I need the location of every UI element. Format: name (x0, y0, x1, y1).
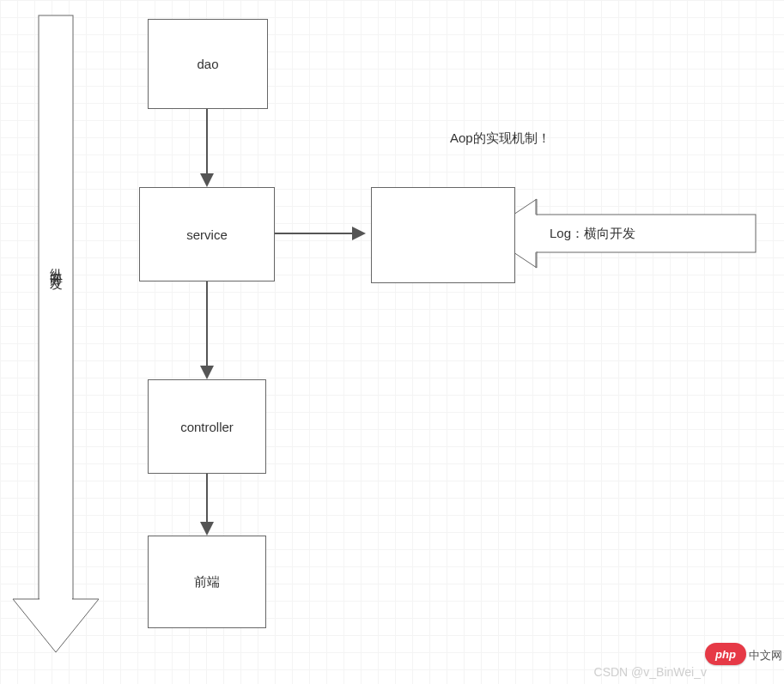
box-controller-label: controller (180, 420, 234, 434)
box-service: service (139, 187, 275, 281)
horizontal-arrow-label: Log：横向开发 (550, 226, 635, 242)
box-service-label: service (186, 227, 228, 242)
svg-rect-14 (531, 215, 539, 251)
svg-rect-0 (39, 15, 73, 599)
box-proxy (371, 187, 515, 283)
vertical-axis-label: 纵向开发 (48, 257, 64, 271)
svg-marker-11 (352, 227, 366, 240)
svg-rect-3 (40, 596, 72, 601)
svg-marker-5 (200, 173, 214, 187)
cn-badge: 中文网 (749, 648, 782, 663)
box-controller: controller (148, 379, 266, 474)
box-frontend-label: 前端 (194, 574, 220, 590)
php-badge: php (705, 643, 746, 665)
box-frontend: 前端 (148, 536, 266, 628)
svg-marker-2 (13, 599, 99, 652)
box-dao-label: dao (197, 57, 218, 71)
svg-marker-7 (200, 366, 214, 379)
diagram-arrows (0, 0, 784, 684)
annotation-aop: Aop的实现机制！ (450, 130, 550, 147)
watermark-csdn: CSDN @v_BinWei_v (594, 665, 707, 679)
box-dao: dao (148, 19, 268, 109)
svg-rect-1 (40, 597, 72, 601)
svg-marker-9 (200, 522, 214, 536)
